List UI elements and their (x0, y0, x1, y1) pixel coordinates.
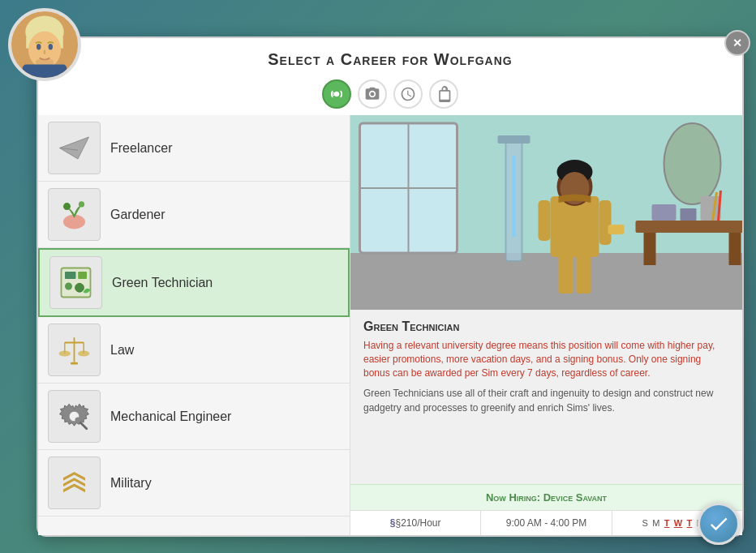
career-info-desc: Green Technicians use all of their craft… (363, 386, 729, 415)
military-icon (48, 457, 101, 509)
dialog-header: Select a Career for Wolfgang (38, 38, 742, 73)
career-info-title: Green Technician (363, 319, 729, 334)
day-w: W (674, 518, 682, 528)
filter-type[interactable] (429, 79, 458, 109)
svg-point-12 (63, 203, 71, 210)
svg-marker-9 (60, 137, 89, 159)
filter-all[interactable]: ∞ (322, 79, 351, 109)
svg-point-5 (49, 44, 53, 49)
hiring-title: Now Hiring: Device Savant (363, 491, 729, 504)
svg-point-23 (59, 350, 71, 356)
svg-rect-6 (36, 59, 54, 65)
svg-rect-39 (681, 208, 697, 221)
svg-rect-50 (608, 225, 625, 234)
svg-rect-16 (78, 272, 87, 279)
filter-row: ∞ (38, 73, 742, 115)
svg-rect-38 (652, 204, 677, 221)
svg-rect-15 (65, 272, 76, 279)
svg-rect-30 (350, 253, 742, 310)
career-detail: Green Technician Having a relevant unive… (350, 115, 742, 535)
career-item-mechanical-engineer[interactable]: Mechanical Engineer (38, 384, 350, 450)
day-s1: S (642, 518, 648, 528)
filter-work[interactable] (358, 79, 387, 109)
career-item-freelancer[interactable]: Freelancer (38, 115, 350, 182)
stats-row: §§210/Hour 9:00 AM - 4:00 PM S M T W T F… (350, 510, 742, 535)
svg-rect-35 (636, 221, 743, 233)
svg-text:∞: ∞ (332, 89, 337, 98)
career-item-law[interactable]: Law (38, 317, 350, 384)
hiring-bar: Now Hiring: Device Savant (350, 484, 742, 510)
career-item-military[interactable]: Military (38, 450, 350, 517)
svg-rect-44 (498, 135, 530, 144)
freelancer-icon (48, 122, 101, 174)
career-dialog: ✕ Select a Career for Wolfgang ∞ (37, 36, 744, 537)
svg-point-4 (37, 44, 41, 49)
dialog-title: Select a Career for Wolfgang (54, 50, 726, 69)
stat-pay: §§210/Hour (350, 511, 481, 535)
day-m: M (652, 518, 659, 528)
svg-point-24 (78, 350, 89, 356)
dialog-content: Freelancer Gardener (38, 115, 742, 535)
career-info: Green Technician Having a relevant unive… (350, 310, 742, 484)
mechanical-engineer-icon (48, 390, 101, 443)
law-label: Law (110, 343, 134, 358)
svg-point-13 (79, 201, 84, 207)
close-button[interactable]: ✕ (724, 30, 750, 56)
svg-point-34 (664, 123, 721, 204)
svg-point-27 (75, 417, 80, 422)
svg-point-17 (65, 283, 72, 290)
svg-rect-7 (23, 65, 67, 79)
career-image (350, 115, 742, 310)
law-icon (48, 324, 101, 376)
career-list: Freelancer Gardener (38, 115, 350, 535)
career-item-green-technician[interactable]: Green Technician (38, 248, 350, 317)
stat-hours: 9:00 AM - 4:00 PM (481, 511, 612, 535)
svg-rect-51 (539, 200, 551, 241)
gardener-icon (48, 188, 101, 241)
avatar (8, 8, 81, 81)
day-t2: T (687, 518, 693, 528)
freelancer-label: Freelancer (110, 141, 172, 156)
confirm-button[interactable] (698, 503, 740, 545)
military-label: Military (110, 476, 152, 491)
svg-rect-36 (644, 233, 656, 265)
green-technician-icon (49, 256, 102, 309)
svg-point-18 (75, 283, 84, 292)
svg-rect-45 (513, 156, 516, 237)
career-item-gardener[interactable]: Gardener (38, 182, 350, 248)
svg-rect-37 (729, 233, 741, 265)
career-info-bonus: Having a relevant university degree mean… (363, 339, 729, 379)
filter-schedule[interactable] (393, 79, 423, 109)
svg-rect-49 (599, 200, 612, 245)
gardener-label: Gardener (110, 208, 165, 222)
green-technician-label: Green Technician (112, 276, 213, 290)
day-t1: T (664, 518, 670, 528)
mechanical-engineer-label: Mechanical Engineer (110, 409, 231, 424)
svg-rect-25 (71, 362, 78, 365)
